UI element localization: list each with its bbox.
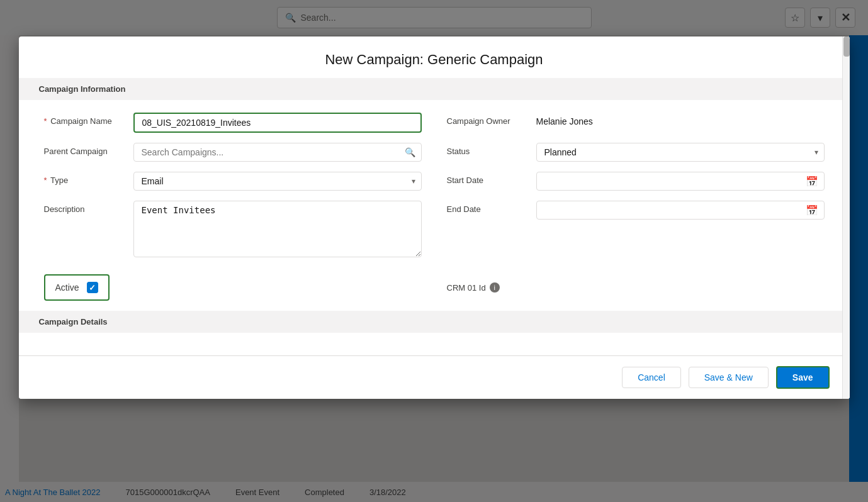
campaign-name-input-wrapper	[133, 113, 422, 133]
modal-header: New Campaign: Generic Campaign	[19, 36, 850, 78]
search-campaigns-icon: 🔍	[405, 147, 415, 157]
modal-footer: Cancel Save & New Save	[19, 355, 850, 399]
campaign-name-label: * Campaign Name	[44, 113, 126, 126]
modal-body: Campaign Information * Campaign Name Cam…	[19, 78, 850, 355]
type-select-wrapper: Email Webinar Conference Direct Mail ▾	[133, 172, 422, 191]
required-star: *	[44, 116, 47, 126]
start-date-wrapper: 📅	[536, 172, 825, 191]
campaign-details-header: Campaign Details	[19, 311, 850, 333]
end-date-field: End Date 📅	[447, 201, 825, 259]
description-label: Description	[44, 201, 126, 214]
status-select-wrapper: Planned Planning Active Completed Aborte…	[536, 143, 825, 162]
save-new-button[interactable]: Save & New	[689, 367, 769, 388]
type-field: * Type Email Webinar Conference Direct M…	[44, 172, 422, 191]
parent-campaign-input[interactable]	[133, 143, 422, 162]
type-required-star: *	[44, 176, 47, 185]
form-grid: * Campaign Name Campaign Owner Melanie J…	[39, 113, 830, 259]
save-button[interactable]: Save	[776, 366, 830, 389]
description-input-wrapper: Event Invitees	[133, 201, 422, 259]
cancel-button[interactable]: Cancel	[622, 367, 681, 388]
campaign-owner-label: Campaign Owner	[447, 113, 529, 126]
parent-campaign-search-wrapper: 🔍	[133, 143, 422, 162]
campaign-owner-field: Campaign Owner Melanie Jones	[447, 113, 825, 133]
start-date-field: Start Date 📅	[447, 172, 825, 191]
campaign-owner-value: Melanie Jones	[536, 113, 593, 126]
end-date-wrapper: 📅	[536, 201, 825, 220]
crm-id-field: CRM 01 Id i	[447, 282, 825, 293]
campaign-name-input[interactable]	[133, 113, 422, 133]
campaign-details-section: Campaign Details	[39, 311, 830, 333]
campaign-info-section: Campaign Information * Campaign Name Cam…	[39, 78, 830, 301]
start-date-label: Start Date	[447, 172, 529, 185]
parent-campaign-field: Parent Campaign 🔍	[44, 143, 422, 162]
end-date-label: End Date	[447, 201, 529, 214]
modal-title: New Campaign: Generic Campaign	[39, 52, 830, 68]
status-field: Status Planned Planning Active Completed…	[447, 143, 825, 162]
campaign-info-header: Campaign Information	[19, 78, 850, 100]
campaign-modal: New Campaign: Generic Campaign Campaign …	[19, 36, 850, 399]
start-date-input[interactable]	[536, 172, 825, 191]
scrollbar-thumb[interactable]	[843, 36, 850, 57]
crm-id-label: CRM 01 Id	[447, 283, 486, 293]
description-field: Description Event Invitees	[44, 201, 422, 259]
active-field: Active ✓	[44, 274, 110, 301]
scrollbar-track[interactable]	[842, 36, 850, 399]
status-label: Status	[447, 143, 529, 156]
active-checkbox[interactable]: ✓	[87, 282, 98, 293]
parent-campaign-label: Parent Campaign	[44, 143, 126, 156]
crm-id-info-icon[interactable]: i	[490, 282, 500, 293]
campaign-name-field: * Campaign Name	[44, 113, 422, 133]
type-select[interactable]: Email Webinar Conference Direct Mail	[133, 172, 422, 191]
active-label: Active	[55, 282, 79, 293]
status-select[interactable]: Planned Planning Active Completed Aborte…	[536, 143, 825, 162]
type-label: * Type	[44, 172, 126, 185]
description-input[interactable]: Event Invitees	[133, 201, 422, 257]
end-date-input[interactable]	[536, 201, 825, 220]
